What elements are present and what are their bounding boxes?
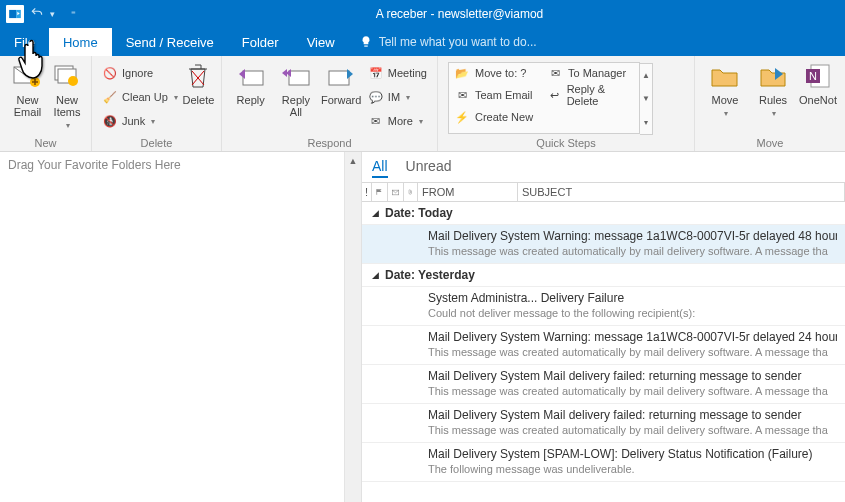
tab-view[interactable]: View bbox=[293, 28, 349, 56]
group-header-yesterday[interactable]: ◢Date: Yesterday bbox=[362, 264, 845, 287]
chevron-down-icon: ▾ bbox=[419, 117, 423, 126]
col-reminder[interactable] bbox=[372, 183, 388, 201]
message-preview: The following message was undeliverable. bbox=[428, 463, 837, 475]
tab-home[interactable]: Home bbox=[49, 28, 112, 56]
delete-icon bbox=[182, 60, 214, 92]
favorites-drop-hint: Drag Your Favorite Folders Here bbox=[0, 152, 361, 178]
forward-button[interactable]: Forward bbox=[319, 60, 364, 106]
tab-send-receive[interactable]: Send / Receive bbox=[112, 28, 228, 56]
group-header-today[interactable]: ◢Date: Today bbox=[362, 202, 845, 225]
collapse-icon: ◢ bbox=[372, 208, 379, 218]
col-subject[interactable]: SUBJECT bbox=[518, 183, 845, 201]
qat-customize-icon[interactable]: ⁼ bbox=[71, 9, 76, 19]
team-email-icon: ✉ bbox=[455, 88, 469, 102]
reply-button[interactable]: Reply bbox=[228, 60, 273, 106]
gallery-down-icon[interactable]: ▼ bbox=[640, 87, 652, 110]
col-icon[interactable] bbox=[388, 183, 404, 201]
quickstep-to-manager[interactable]: ✉To Manager bbox=[548, 66, 633, 80]
reply-all-button[interactable]: Reply All bbox=[273, 60, 318, 118]
onenote-icon: N bbox=[802, 60, 834, 92]
scroll-up-icon[interactable]: ▲ bbox=[345, 152, 361, 169]
gallery-up-icon[interactable]: ▲ bbox=[640, 64, 652, 87]
onenote-button[interactable]: N OneNot bbox=[797, 60, 839, 106]
filter-unread[interactable]: Unread bbox=[406, 158, 452, 178]
window-title: A receber - newsletter@viamod bbox=[82, 7, 845, 21]
rules-button[interactable]: Rules▾ bbox=[749, 60, 797, 120]
junk-button[interactable]: 🚯Junk▾ bbox=[98, 110, 182, 132]
message-subject: Mail Delivery System Mail delivery faile… bbox=[428, 369, 837, 383]
create-new-icon: ⚡ bbox=[455, 110, 469, 124]
new-items-label: New Items bbox=[54, 94, 81, 118]
svg-text:N: N bbox=[809, 70, 817, 82]
content-area: Drag Your Favorite Folders Here ▲ All Un… bbox=[0, 152, 845, 502]
undo-icon[interactable] bbox=[30, 6, 44, 23]
filter-all[interactable]: All bbox=[372, 158, 388, 178]
message-subject: Mail Delivery System [SPAM-LOW]: Deliver… bbox=[428, 447, 837, 461]
svg-point-7 bbox=[68, 76, 78, 86]
group-respond-label: Respond bbox=[222, 137, 437, 151]
col-importance[interactable]: ! bbox=[362, 183, 372, 201]
message-subject: Mail Delivery System Warning: message 1a… bbox=[428, 330, 837, 344]
reply-delete-icon: ↩ bbox=[548, 88, 561, 102]
folder-pane-scrollbar[interactable]: ▲ bbox=[344, 152, 361, 502]
quickstep-reply-delete[interactable]: ↩Reply & Delete bbox=[548, 83, 633, 107]
new-items-icon bbox=[51, 60, 83, 92]
message-subject: Mail Delivery System Mail delivery faile… bbox=[428, 408, 837, 422]
ignore-icon: 🚫 bbox=[102, 65, 118, 81]
new-email-button[interactable]: New Email bbox=[6, 60, 49, 118]
to-manager-icon: ✉ bbox=[548, 66, 562, 80]
message-row[interactable]: System Administra... Delivery Failure Co… bbox=[362, 287, 845, 326]
message-row[interactable]: Mail Delivery System [SPAM-LOW]: Deliver… bbox=[362, 443, 845, 482]
message-filter: All Unread bbox=[362, 152, 845, 182]
message-preview: This message was created automatically b… bbox=[428, 346, 837, 358]
junk-icon: 🚯 bbox=[102, 113, 118, 129]
tab-folder[interactable]: Folder bbox=[228, 28, 293, 56]
chevron-down-icon: ▾ bbox=[174, 93, 178, 102]
cleanup-button[interactable]: 🧹Clean Up▾ bbox=[98, 86, 182, 108]
more-respond-button[interactable]: ✉More▾ bbox=[364, 110, 431, 132]
ribbon-tabs: File Home Send / Receive Folder View Tel… bbox=[0, 28, 845, 56]
gallery-more-icon[interactable]: ▾ bbox=[640, 111, 652, 134]
quickstep-create-new[interactable]: ⚡Create New bbox=[455, 110, 540, 124]
message-subject: System Administra... Delivery Failure bbox=[428, 291, 837, 305]
move-button[interactable]: Move▾ bbox=[701, 60, 749, 120]
group-move-label: Move bbox=[695, 137, 845, 151]
reply-icon bbox=[235, 60, 267, 92]
chevron-down-icon: ▾ bbox=[406, 93, 410, 102]
ribbon: New Email New Items ▾ New 🚫Ignore 🧹Clean… bbox=[0, 56, 845, 152]
tell-me-search[interactable]: Tell me what you want to do... bbox=[349, 28, 547, 56]
column-headers[interactable]: ! FROM SUBJECT bbox=[362, 182, 845, 202]
message-row[interactable]: Mail Delivery System Warning: message 1a… bbox=[362, 326, 845, 365]
flag-icon bbox=[376, 187, 383, 197]
forward-icon bbox=[325, 60, 357, 92]
chevron-down-icon: ▾ bbox=[151, 117, 155, 126]
message-row[interactable]: Mail Delivery System Mail delivery faile… bbox=[362, 404, 845, 443]
message-row[interactable]: Mail Delivery System Warning: message 1a… bbox=[362, 225, 845, 264]
col-attachment[interactable] bbox=[404, 183, 418, 201]
folder-pane[interactable]: Drag Your Favorite Folders Here ▲ bbox=[0, 152, 362, 502]
im-button[interactable]: 💬IM▾ bbox=[364, 86, 431, 108]
rules-icon bbox=[757, 60, 789, 92]
new-items-button[interactable]: New Items ▾ bbox=[49, 60, 85, 132]
chevron-down-icon: ▾ bbox=[772, 108, 776, 120]
delete-button[interactable]: Delete bbox=[182, 60, 215, 106]
title-bar: ▾ ⁼ A receber - newsletter@viamod bbox=[0, 0, 845, 28]
message-preview: Could not deliver message to the followi… bbox=[428, 307, 837, 319]
outlook-app-icon[interactable] bbox=[6, 5, 24, 23]
message-row[interactable]: Mail Delivery System Mail delivery faile… bbox=[362, 365, 845, 404]
quickstep-move-to[interactable]: 📂Move to: ? bbox=[455, 66, 540, 80]
quickstep-team-email[interactable]: ✉Team Email bbox=[455, 88, 540, 102]
ignore-button[interactable]: 🚫Ignore bbox=[98, 62, 182, 84]
tab-file[interactable]: File bbox=[0, 28, 49, 56]
more-icon: ✉ bbox=[368, 113, 384, 129]
qat-dropdown-icon[interactable]: ▾ bbox=[50, 9, 55, 19]
chevron-down-icon: ▾ bbox=[724, 108, 728, 120]
message-subject: Mail Delivery System Warning: message 1a… bbox=[428, 229, 837, 243]
svg-rect-10 bbox=[329, 71, 349, 85]
svg-rect-8 bbox=[243, 71, 263, 85]
meeting-button[interactable]: 📅Meeting bbox=[364, 62, 431, 84]
col-from[interactable]: FROM bbox=[418, 183, 518, 201]
im-icon: 💬 bbox=[368, 89, 384, 105]
quick-steps-gallery[interactable]: 📂Move to: ? ✉To Manager ✉Team Email ↩Rep… bbox=[448, 62, 640, 134]
new-email-label: New Email bbox=[14, 94, 42, 118]
